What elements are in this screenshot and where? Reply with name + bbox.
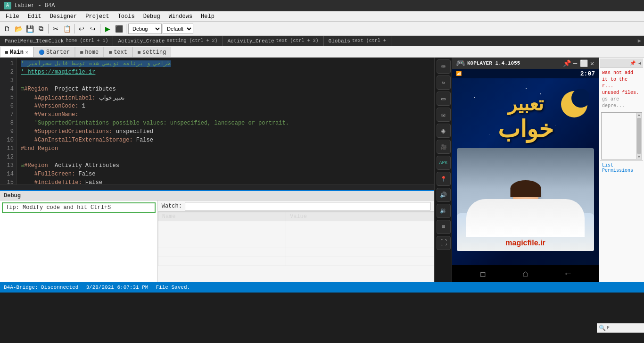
emu-keyboard-btn[interactable]: ⌨ bbox=[437, 59, 451, 74]
copy-btn[interactable]: ⧉ bbox=[36, 24, 46, 34]
emu-nav-back[interactable]: ← bbox=[565, 268, 571, 279]
code-editor[interactable]: 12345 678910 1112131415 16171819 ' طراحي… bbox=[0, 58, 434, 184]
event-tab-2-shortcut: text (ctrl + 3) bbox=[276, 38, 319, 43]
code-content[interactable]: ' طراحي و برنامه نويسي شده توسط فايل سحر… bbox=[17, 58, 434, 184]
tab-starter-icon: 🔵 bbox=[39, 50, 44, 55]
emu-close-btn[interactable]: ✕ bbox=[589, 60, 595, 66]
emu-fullscreen-btn[interactable]: ⛶ bbox=[437, 236, 451, 250]
tab-text[interactable]: ▦ text bbox=[104, 47, 132, 57]
menu-project[interactable]: Project bbox=[82, 12, 113, 21]
notif-line3: unused files. bbox=[602, 90, 641, 96]
tab-home-icon: ▦ bbox=[80, 50, 83, 55]
undo-btn[interactable]: ↩ bbox=[76, 24, 87, 34]
notif-panel-pin[interactable]: 📌 ◀ bbox=[630, 60, 641, 66]
file-saved-status: File Saved. bbox=[156, 284, 190, 290]
debug-log: Tip: Modify code and hit Ctrl+S bbox=[0, 201, 158, 282]
watch-row-empty4 bbox=[158, 248, 434, 257]
layout-select[interactable]: Default bbox=[163, 24, 193, 34]
watch-row-empty2 bbox=[158, 230, 434, 239]
menu-help[interactable]: Help bbox=[197, 12, 218, 21]
emu-nav-square[interactable]: ◻ bbox=[480, 268, 486, 280]
stop-btn[interactable]: ⬛ bbox=[114, 24, 124, 34]
emu-mail-btn[interactable]: ✉ bbox=[437, 108, 451, 122]
menu-edit[interactable]: Edit bbox=[24, 12, 45, 21]
event-tabs-right-arrow[interactable]: ▶ bbox=[635, 37, 644, 44]
notif-panel-content: was not add it to the r... unused files.… bbox=[600, 68, 643, 111]
emu-camera-btn[interactable]: ◉ bbox=[437, 124, 451, 138]
emu-menu-btn[interactable]: ≡ bbox=[437, 220, 451, 234]
event-tab-2[interactable]: Activity_Create text (ctrl + 3) bbox=[223, 36, 324, 46]
emu-rotate-btn[interactable]: ↻ bbox=[437, 75, 451, 90]
emu-apk-btn[interactable]: APK bbox=[437, 156, 451, 170]
emu-restore-btn[interactable]: ⬜ bbox=[581, 60, 586, 66]
title-bar: A tabier - B4A bbox=[0, 0, 644, 11]
list-permissions-btn[interactable]: List Permissions bbox=[602, 163, 633, 173]
watch-table-container: Name Value bbox=[158, 212, 434, 282]
editor-debug-area: 12345 678910 1112131415 16171819 ' طراحي… bbox=[0, 58, 434, 282]
debug-header: Debug bbox=[0, 191, 434, 201]
status-date: 3/28/2021 6:07:31 PM bbox=[86, 284, 148, 290]
tab-text-label: text bbox=[114, 49, 127, 56]
code-line-13: ⊟#Region Activity Attributes bbox=[21, 161, 430, 170]
new-btn[interactable]: 🗋 bbox=[2, 24, 12, 34]
sep2 bbox=[74, 24, 74, 33]
girl-hair bbox=[510, 180, 541, 197]
emu-nav-home[interactable]: ⌂ bbox=[522, 268, 528, 279]
debug-select[interactable]: Debug Release bbox=[128, 24, 162, 34]
run-btn[interactable]: ▶ bbox=[102, 24, 113, 34]
tab-starter-label: Starter bbox=[46, 49, 70, 56]
code-line-2: ' https://magicfile.ir bbox=[21, 68, 430, 76]
menu-designer[interactable]: Designer bbox=[46, 12, 81, 21]
emu-vol-up-btn[interactable]: 🔊 bbox=[437, 188, 451, 202]
emulator-sidebar: ⌨ ↻ ▭ ✉ ◉ 🎥 APK 📍 🔊 🔉 ≡ ⛶ bbox=[435, 58, 452, 282]
paste-btn[interactable]: 📋 bbox=[62, 24, 72, 34]
notif-line1: was not add bbox=[602, 70, 641, 76]
event-tab-1-label: Activity_Create bbox=[118, 38, 165, 44]
event-tab-0[interactable]: PanelMenu_ItemClick home (ctrl + 1) bbox=[0, 36, 113, 46]
event-tab-3[interactable]: Globals text (ctrl + bbox=[324, 36, 391, 46]
emulator-status-bar: 📶 2:07 bbox=[452, 69, 599, 78]
horizontal-scroll[interactable] bbox=[0, 184, 434, 190]
save-btn[interactable]: 💾 bbox=[25, 24, 35, 34]
notif-scroll-down[interactable]: ▼ bbox=[636, 155, 642, 159]
emu-screen-btn[interactable]: ▭ bbox=[437, 92, 451, 106]
emu-location-btn[interactable]: 📍 bbox=[437, 172, 451, 186]
debug-body: Tip: Modify code and hit Ctrl+S Watch: N… bbox=[0, 201, 434, 282]
watch-table: Name Value bbox=[158, 212, 434, 266]
menu-debug[interactable]: Debug bbox=[140, 12, 164, 21]
tab-text-icon: ▦ bbox=[109, 50, 112, 55]
status-bar: B4A-Bridge: Disconnected 3/28/2021 6:07:… bbox=[0, 282, 644, 293]
emu-pin-btn[interactable]: 📌 bbox=[564, 60, 570, 66]
menu-file[interactable]: File bbox=[2, 12, 23, 21]
emu-vol-down-btn[interactable]: 🔉 bbox=[437, 204, 451, 218]
code-line-5: #ApplicationLabel: تعبير خواب bbox=[21, 93, 430, 102]
cut-btn[interactable]: ✂ bbox=[50, 24, 61, 34]
menu-windows[interactable]: Windows bbox=[165, 12, 196, 21]
tab-main[interactable]: ▦ Main ✕ bbox=[0, 47, 33, 57]
open-btn[interactable]: 📂 bbox=[13, 24, 24, 34]
emu-time: 2:07 bbox=[580, 70, 595, 77]
tab-home[interactable]: ▦ home bbox=[75, 47, 104, 57]
notif-scroll-up[interactable]: ▲ bbox=[636, 113, 642, 117]
tab-main-icon: ▦ bbox=[5, 50, 8, 55]
tab-main-close[interactable]: ✕ bbox=[25, 50, 28, 55]
tab-setting[interactable]: ▦ setting bbox=[132, 47, 171, 57]
notif-vscrollbar[interactable]: ▲ ▼ bbox=[636, 113, 642, 159]
toolbar: 🗋 📂 💾 ⧉ ✂ 📋 ↩ ↪ ▶ ⬛ Debug Release Defaul… bbox=[0, 22, 644, 36]
girl-illustration: magicfile.ir bbox=[457, 148, 594, 251]
redo-btn[interactable]: ↪ bbox=[88, 24, 98, 34]
emu-min-btn[interactable]: — bbox=[572, 60, 578, 66]
notif-scrollbar-area[interactable]: ▲ ▼ bbox=[601, 112, 642, 159]
emulator-app-content[interactable]: تعبیر خواب bbox=[452, 78, 599, 265]
menu-tools[interactable]: Tools bbox=[114, 12, 139, 21]
emulator-title: KOPLAYER 1.4.1055 bbox=[467, 60, 520, 66]
tab-starter[interactable]: 🔵 Starter bbox=[33, 47, 75, 57]
tab-main-label: Main bbox=[10, 49, 24, 56]
window-title: tabier - B4A bbox=[14, 2, 55, 9]
event-tab-1[interactable]: Activity_Create setting (ctrl + 2) bbox=[113, 36, 223, 46]
code-line-14: #FullScreen: False bbox=[21, 170, 430, 178]
emulator-navbar: ◻ ⌂ ← bbox=[452, 265, 599, 282]
emu-video-btn[interactable]: 🎥 bbox=[437, 140, 451, 154]
notif-line2: it to the r... bbox=[602, 76, 641, 90]
watch-input[interactable] bbox=[185, 202, 430, 210]
